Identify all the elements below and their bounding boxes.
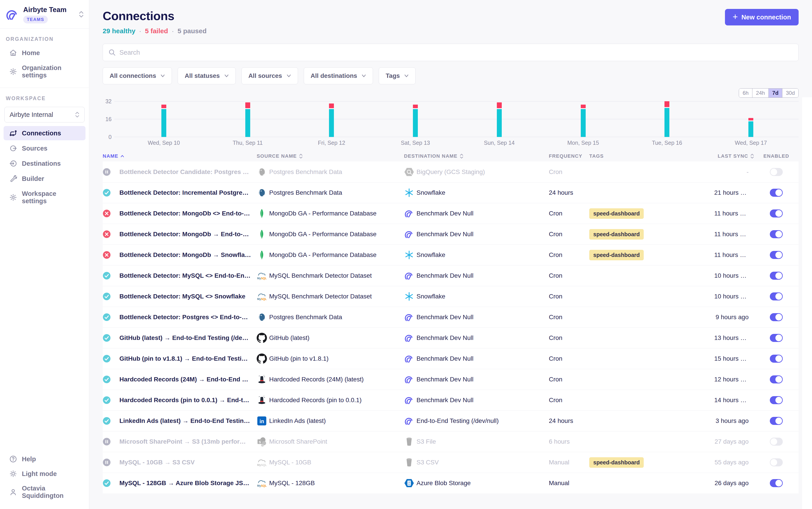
connection-name[interactable]: Bottleneck Detector Candidate: Postgres …: [120, 168, 257, 175]
connection-name[interactable]: Microsoft SharePoint → S3 (13mb performa…: [120, 438, 257, 445]
tag-chip[interactable]: speed-dashboard: [589, 250, 644, 260]
filter-all-statuses[interactable]: All statuses: [178, 67, 235, 84]
connection-name[interactable]: MySQL - 128GB → Azure Blob Storage JSOn …: [120, 480, 257, 487]
new-connection-button[interactable]: + New connection: [725, 9, 799, 26]
enabled-toggle[interactable]: [770, 293, 783, 300]
tag-chip[interactable]: speed-dashboard: [589, 208, 644, 219]
bar-succeeded[interactable]: [413, 109, 418, 137]
time-range-6h[interactable]: 6h: [739, 89, 752, 98]
filter-tags[interactable]: Tags: [379, 67, 416, 84]
connection-name[interactable]: Bottleneck Detector: MongoDb <> End-to-E…: [120, 210, 257, 217]
column-header-last-sync[interactable]: LAST SYNC: [714, 153, 754, 159]
bar-succeeded[interactable]: [329, 109, 334, 137]
table-row[interactable]: LinkedIn Ads (latest) → End-to-End Testi…: [103, 410, 799, 431]
table-row[interactable]: Hardcoded Records (24M) → End-to-End Te.…: [103, 369, 799, 390]
table-row[interactable]: MySQL - 128GB → Azure Blob Storage JSOn …: [103, 473, 799, 494]
table-row[interactable]: Bottleneck Detector Candidate: Postgres …: [103, 162, 799, 182]
tag-chip[interactable]: speed-dashboard: [589, 457, 644, 468]
column-header-destination[interactable]: DESTINATION NAME: [404, 153, 549, 159]
scrollbar-track[interactable]: [802, 97, 812, 509]
table-row[interactable]: Bottleneck Detector: MongoDb → End-to-En…: [103, 224, 799, 244]
bar-failed[interactable]: [664, 101, 670, 107]
search-bar[interactable]: [103, 44, 799, 61]
sidebar-item-light-mode[interactable]: Light mode: [4, 467, 86, 481]
sidebar-item-organization-settings[interactable]: Organization settings: [4, 61, 86, 82]
connection-name[interactable]: Hardcoded Records (pin to 0.0.1) → End-t…: [120, 397, 257, 404]
org-switcher-chevrons-icon[interactable]: [79, 10, 84, 19]
sidebar-item-connections[interactable]: Connections: [4, 126, 86, 140]
enabled-toggle[interactable]: [770, 230, 783, 238]
sidebar-item-builder[interactable]: Builder: [4, 172, 86, 186]
enabled-toggle[interactable]: [770, 396, 783, 404]
last-sync-value: 21 hours ago: [714, 189, 754, 196]
bar-failed[interactable]: [581, 105, 586, 108]
enabled-toggle[interactable]: [770, 417, 783, 425]
sidebar-item-destinations[interactable]: Destinations: [4, 156, 86, 171]
connection-name[interactable]: Bottleneck Detector: MySQL <> End-to-End…: [120, 272, 257, 279]
connection-name[interactable]: LinkedIn Ads (latest) → End-to-End Testi…: [120, 417, 257, 425]
connection-name[interactable]: MySQL - 10GB → S3 CSV: [120, 459, 257, 466]
connection-name[interactable]: Bottleneck Detector: MySQL <> Snowflake: [120, 293, 257, 300]
workspace-selector[interactable]: Airbyte Internal: [4, 107, 85, 123]
table-row[interactable]: Hardcoded Records (pin to 0.0.1) → End-t…: [103, 390, 799, 410]
enabled-toggle[interactable]: [770, 209, 783, 217]
column-header-source[interactable]: SOURCE NAME: [257, 153, 404, 159]
table-row[interactable]: Bottleneck Detector: Incremental Postgre…: [103, 182, 799, 203]
enabled-toggle[interactable]: [770, 375, 783, 383]
enabled-toggle[interactable]: [770, 189, 783, 197]
bar-failed[interactable]: [413, 105, 418, 108]
enabled-toggle[interactable]: [770, 272, 783, 280]
sidebar-item-home[interactable]: Home: [4, 46, 86, 60]
table-row[interactable]: Bottleneck Detector: MySQL <> SnowflakeM…: [103, 286, 799, 307]
sidebar-item-user-menu[interactable]: Octavia Squiddington: [4, 481, 86, 503]
time-range-30d[interactable]: 30d: [782, 89, 799, 98]
sidebar-item-sources[interactable]: Sources: [4, 141, 86, 156]
connection-name[interactable]: Bottleneck Detector: MongoDb → End-to-En…: [120, 231, 257, 238]
table-row[interactable]: Bottleneck Detector: MongoDb <> End-to-E…: [103, 203, 799, 224]
connection-name[interactable]: Bottleneck Detector: Incremental Postgre…: [120, 189, 257, 196]
bar-failed[interactable]: [329, 103, 334, 108]
filter-all-connections[interactable]: All connections: [103, 67, 172, 84]
table-row[interactable]: Microsoft SharePoint → S3 (13mb performa…: [103, 431, 799, 452]
table-row[interactable]: GitHub (pin to v1.8.1) → End-to-End Test…: [103, 348, 799, 369]
enabled-toggle[interactable]: [770, 354, 783, 363]
table-row[interactable]: MySQL - 10GB → S3 CSVMySQLMySQL - 10GBS3…: [103, 452, 799, 473]
bar-succeeded[interactable]: [497, 109, 502, 137]
sidebar-item-workspace-settings[interactable]: Workspace settings: [4, 187, 86, 208]
bar-succeeded[interactable]: [581, 109, 586, 137]
enabled-toggle[interactable]: [770, 334, 783, 342]
bar-succeeded[interactable]: [748, 121, 753, 137]
bar-succeeded[interactable]: [245, 109, 250, 137]
connection-name[interactable]: Bottleneck Detector: MongoDb → Snowflake: [120, 251, 257, 259]
enabled-toggle[interactable]: [770, 459, 783, 466]
connection-name[interactable]: Hardcoded Records (24M) → End-to-End Te.…: [120, 376, 257, 383]
bar-failed[interactable]: [245, 102, 250, 108]
enabled-toggle[interactable]: [770, 313, 783, 321]
table-row[interactable]: Bottleneck Detector: MongoDb → Snowflake…: [103, 244, 799, 265]
connection-name[interactable]: Bottleneck Detector: Postgres <> End-to-…: [120, 314, 257, 321]
tag-chip[interactable]: speed-dashboard: [589, 229, 644, 240]
time-range-24h[interactable]: 24h: [752, 89, 769, 98]
sidebar-item-help[interactable]: Help: [4, 452, 86, 466]
enabled-toggle[interactable]: [770, 168, 783, 176]
connection-name[interactable]: GitHub (latest) → End-to-End Testing (/d…: [120, 334, 257, 341]
bar-failed[interactable]: [497, 102, 502, 108]
bar-failed[interactable]: [161, 105, 166, 108]
bar-succeeded[interactable]: [664, 108, 670, 137]
connection-name[interactable]: GitHub (pin to v1.8.1) → End-to-End Test…: [120, 355, 257, 362]
table-row[interactable]: GitHub (latest) → End-to-End Testing (/d…: [103, 328, 799, 348]
table-row[interactable]: Bottleneck Detector: Postgres <> End-to-…: [103, 307, 799, 328]
table-row[interactable]: Bottleneck Detector: MySQL <> End-to-End…: [103, 265, 799, 286]
search-input[interactable]: [120, 49, 793, 56]
filter-all-destinations[interactable]: All destinations: [304, 67, 373, 84]
bar-failed[interactable]: [748, 118, 753, 121]
enabled-toggle[interactable]: [770, 251, 783, 259]
enabled-toggle[interactable]: [770, 479, 783, 487]
filter-all-sources[interactable]: All sources: [241, 67, 298, 84]
source-icon: [9, 144, 17, 152]
bar-succeeded[interactable]: [161, 109, 166, 137]
column-header-name[interactable]: NAME: [103, 153, 257, 159]
enabled-toggle[interactable]: [770, 438, 783, 446]
time-range-7d[interactable]: 7d: [769, 89, 782, 98]
org-switcher[interactable]: Airbyte Team TEAMS: [0, 0, 89, 28]
